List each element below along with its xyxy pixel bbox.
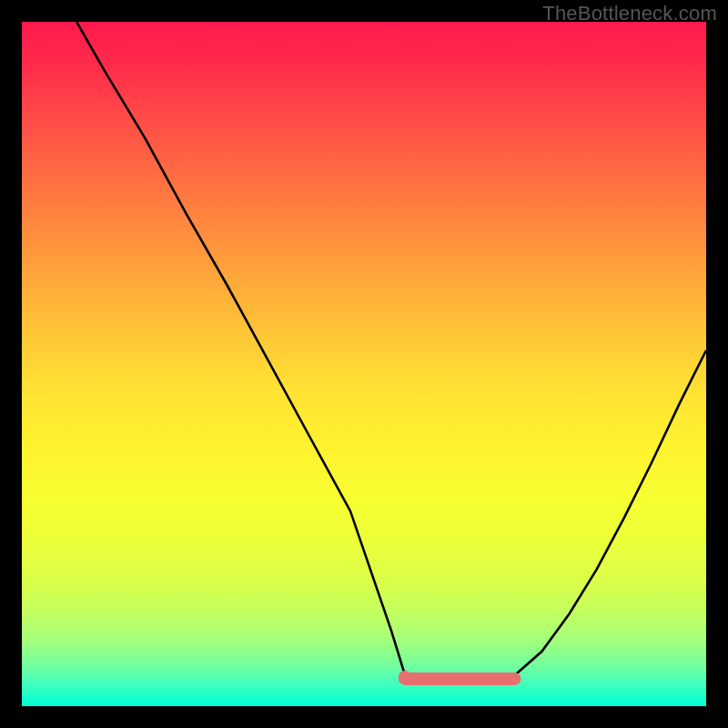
bottleneck-plot [22,22,706,706]
watermark-text: TheBottleneck.com [542,2,717,25]
right-branch-curve [514,350,706,675]
optimal-start-dot [399,671,412,684]
left-branch-curve [76,22,405,675]
plot-svg [22,22,706,706]
chart-frame: TheBottleneck.com [0,0,728,728]
